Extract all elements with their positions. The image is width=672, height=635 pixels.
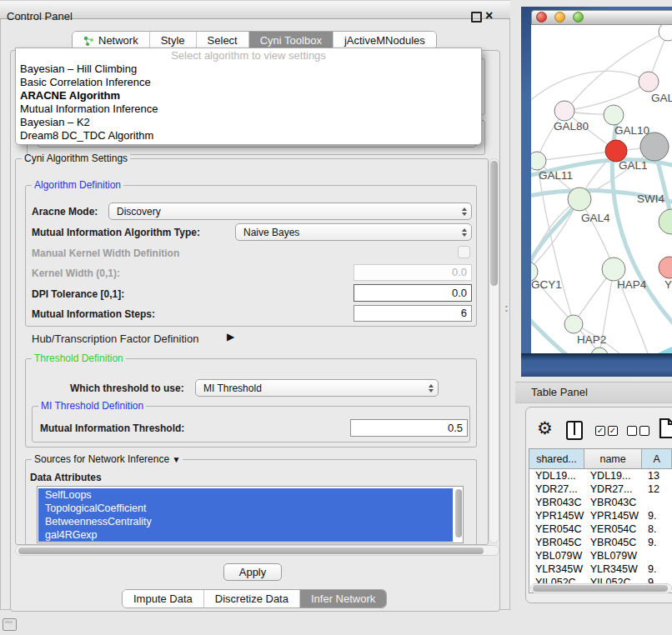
which-threshold-combo[interactable]: MI Threshold	[195, 379, 439, 397]
collapse-arrow-icon[interactable]: ▼	[172, 455, 180, 464]
close-traffic-light-icon[interactable]	[536, 12, 547, 22]
columns-icon[interactable]	[566, 421, 583, 440]
list-item-selfloops[interactable]: SelfLoops	[38, 488, 453, 502]
data-attributes-label: Data Attributes	[30, 472, 102, 483]
node-unlabeled[interactable]	[659, 25, 672, 41]
kernel-width-field[interactable]: 0.0	[354, 264, 472, 281]
tab-discretize-data[interactable]: Discretize Data	[203, 590, 299, 608]
unchecked-checkbox-icon[interactable]	[627, 426, 637, 436]
close-panel-icon[interactable]: ×	[485, 8, 493, 24]
tab-impute-data[interactable]: Impute Data	[123, 590, 203, 608]
table-row[interactable]: YDL19...YDL19...13	[529, 469, 672, 482]
table-header-row: shared... name A	[529, 449, 672, 469]
control-panel-title: Control Panel	[7, 10, 73, 23]
panel-splitter-handle[interactable]: ••	[505, 304, 509, 312]
list-item-gal4rgexp[interactable]: gal4RGexp	[38, 528, 453, 542]
column-header-shared-name[interactable]: shared...	[529, 449, 584, 468]
float-window-icon[interactable]	[471, 12, 482, 22]
tab-jactivemnodules[interactable]: jActiveMNodules	[333, 32, 436, 49]
bottom-tabbar: Impute Data Discretize Data Infer Networ…	[122, 589, 387, 608]
manual-kernel-width-checkbox[interactable]	[458, 246, 470, 258]
hub-definition-expander-label[interactable]: Hub/Transcription Factor Definition	[32, 332, 198, 345]
settings-vertical-scrollbar-thumb[interactable]	[490, 161, 498, 286]
mi-threshold-label: Mutual Information Threshold:	[40, 422, 184, 434]
node-hap4[interactable]	[602, 258, 625, 281]
tab-cyni-toolbox[interactable]: Cyni Toolbox	[248, 32, 333, 49]
screen: { "control_panel": { "title": "Control P…	[0, 0, 672, 635]
checked-checkbox-icon[interactable]: ✓	[608, 426, 618, 436]
node-gal11[interactable]	[531, 152, 546, 170]
table-row[interactable]: YBR043CYBR043C	[529, 496, 672, 509]
node-label: GAL10	[614, 124, 649, 137]
node-swi4[interactable]	[659, 209, 672, 234]
mi-steps-label: Mutual Information Steps:	[32, 308, 155, 320]
gear-icon[interactable]: ⚙	[537, 419, 553, 437]
manual-kernel-width-label: Manual Kernel Width Definition	[32, 248, 179, 259]
combo-arrows-icon	[429, 384, 434, 392]
algorithm-dropdown-popup: Select algorithm to view settings Bayesi…	[15, 48, 482, 145]
dpi-tolerance-field[interactable]: 0.0	[354, 284, 472, 302]
node-gal4[interactable]	[568, 188, 591, 211]
mi-steps-field[interactable]: 6	[354, 305, 472, 322]
list-scrollbar-thumb[interactable]	[455, 489, 462, 538]
which-threshold-label: Which threshold to use:	[70, 382, 184, 394]
table-row[interactable]: YLR345WYLR345W9.	[529, 562, 672, 576]
network-canvas[interactable]: GAL GAL80 GAL10 GAL1 GAL11 GAL4 SWI4 GCY…	[531, 25, 672, 353]
unchecked-checkbox-icon[interactable]	[639, 426, 649, 436]
node-table[interactable]: shared... name A YDL19...YDL19...13 YDR2…	[529, 448, 672, 593]
list-item-topologicalcoefficient[interactable]: TopologicalCoefficient	[38, 502, 453, 515]
node-gray[interactable]	[640, 132, 669, 161]
tab-select[interactable]: Select	[196, 32, 248, 49]
kernel-width-label: Kernel Width (0,1):	[32, 268, 120, 279]
checked-checkbox-icon[interactable]: ✓	[595, 426, 605, 436]
network-view-frame-bottom	[521, 353, 672, 377]
popup-item-bayesian-k2[interactable]: Bayesian – K2	[16, 116, 481, 129]
tab-infer-network[interactable]: Infer Network	[299, 590, 386, 608]
table-row[interactable]: YBR045CYBR045C9.	[529, 536, 672, 549]
column-header-name[interactable]: name	[584, 449, 642, 468]
document-icon[interactable]	[659, 418, 672, 439]
mi-threshold-field[interactable]: 0.5	[350, 419, 468, 437]
node-label: GAL80	[554, 120, 589, 132]
tab-network[interactable]: Network	[73, 32, 149, 49]
node-gal80[interactable]	[554, 101, 574, 121]
sources-group-title[interactable]: Sources for Network Inference ▼	[32, 454, 183, 465]
aracne-mode-combo[interactable]: Discovery	[108, 202, 472, 220]
popup-item-mutual-information[interactable]: Mutual Information Inference	[16, 102, 481, 116]
data-attributes-list[interactable]: SelfLoops TopologicalCoefficient Between…	[37, 486, 464, 543]
table-panel-title: Table Panel	[531, 386, 588, 398]
network-cyan-edge	[614, 347, 672, 353]
popup-item-aracne[interactable]: ARACNE Algorithm	[16, 89, 481, 102]
network-icon	[83, 36, 94, 46]
node-gal-cut[interactable]	[639, 72, 659, 92]
node-bottom-cut[interactable]	[591, 348, 608, 353]
tab-style[interactable]: Style	[149, 32, 196, 49]
minimize-traffic-light-icon[interactable]	[554, 12, 565, 22]
apply-button[interactable]: Apply	[223, 563, 282, 581]
popup-placeholder: Select algorithm to view settings	[16, 48, 481, 62]
table-row[interactable]: YDR27...YDR27...12	[529, 482, 672, 496]
expander-arrow-icon[interactable]: ▶	[227, 331, 234, 342]
node-label: GAL4	[581, 212, 610, 224]
table-row[interactable]: YER054CYER054C8.	[529, 522, 672, 536]
mi-algorithm-type-combo[interactable]: Naive Bayes	[235, 223, 472, 241]
table-row[interactable]: YPR145WYPR145W9.	[529, 509, 672, 522]
table-row[interactable]: YBL079WYBL079W	[529, 549, 672, 562]
popup-item-dream8[interactable]: Dream8 DC_TDC Algorithm	[16, 129, 481, 142]
node-y-cut[interactable]	[659, 257, 672, 278]
node-gal10[interactable]	[604, 105, 624, 125]
popup-item-basic-correlation[interactable]: Basic Correlation Inference	[16, 76, 481, 89]
network-graph: GAL GAL80 GAL10 GAL1 GAL11 GAL4 SWI4 GCY…	[531, 25, 672, 353]
minimized-panel-icon[interactable]	[3, 618, 17, 631]
tab-network-label: Network	[98, 34, 138, 47]
node-label: GAL1	[619, 159, 648, 172]
column-header-cut[interactable]: A	[642, 449, 672, 468]
cyni-algorithm-settings-title: Cyni Algorithm Settings	[22, 153, 130, 163]
table-horizontal-scrollbar-thumb[interactable]	[533, 585, 668, 592]
network-view-titlebar[interactable]	[531, 10, 672, 25]
node-hap2[interactable]	[564, 315, 583, 333]
popup-item-bayesian-hill-climbing[interactable]: Bayesian – Hill Climbing	[16, 62, 481, 76]
settings-horizontal-scrollbar-thumb[interactable]	[18, 548, 484, 554]
list-item-betweennesscentrality[interactable]: BetweennessCentrality	[38, 515, 453, 528]
zoom-traffic-light-icon[interactable]	[573, 12, 584, 22]
